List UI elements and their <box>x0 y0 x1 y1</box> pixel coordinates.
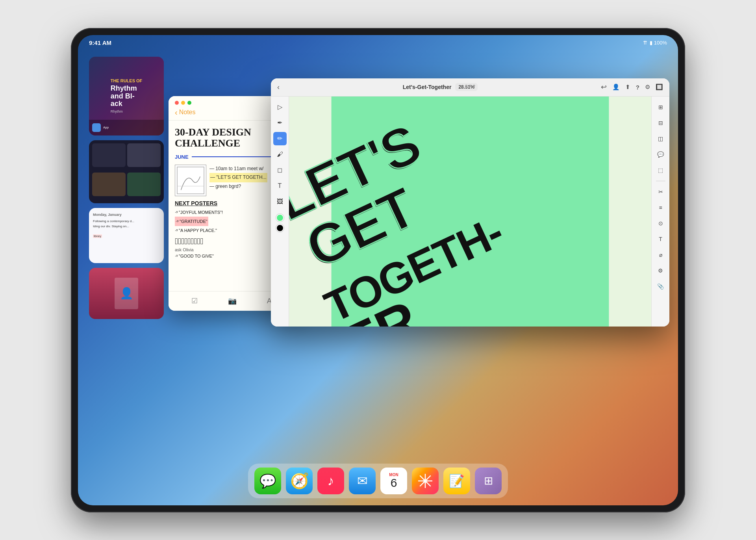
sidebar-thumb-magazine[interactable]: THE RULES OF Rhythmand Bl-ack Rhythm App <box>89 57 164 135</box>
eyedropper-icon[interactable]: ⌀ <box>654 248 667 262</box>
eraser-tool[interactable]: ◻ <box>273 163 287 177</box>
select-tool[interactable]: ▷ <box>273 100 287 114</box>
layers-icon[interactable]: 🔲 <box>656 84 663 91</box>
list-item-3: — green bgrd? <box>209 182 267 191</box>
pencil-tool-active[interactable]: ✏ <box>273 132 287 145</box>
status-bar: 9:41 AM ⇈ ▮ 100% <box>78 35 678 51</box>
notes-list-items: — 10am to 11am meet w/ — "LET'S GET TOGE… <box>209 165 267 191</box>
ipad-screen: 9:41 AM ⇈ ▮ 100% THE RULES OF Rhythmand … <box>78 35 678 505</box>
ipad-device: 9:41 AM ⇈ ▮ 100% THE RULES OF Rhythmand … <box>71 28 685 512</box>
status-time: 9:41 AM <box>89 39 111 46</box>
design-right-toolbar: ⊞ ⊟ ◫ 💬 ⬚ ✂ ≡ ⊙ T ⌀ ⚙ 📎 <box>651 96 669 327</box>
design-file-name: Let's-Get-Together <box>403 84 452 90</box>
dock-mail[interactable]: ✉ <box>349 468 376 494</box>
image-tool[interactable]: 🖼 <box>273 195 287 208</box>
photos-icon <box>417 473 433 489</box>
help-icon[interactable]: ? <box>636 84 639 91</box>
mail-icon: ✉ <box>357 473 368 488</box>
design-canvas[interactable]: LET'S GET TOGETH- ER LET'S GET <box>289 96 651 327</box>
dock: 💬 🧭 ♪ ✉ MON 6 � <box>248 464 508 498</box>
wifi-icon: ⇈ <box>643 40 647 46</box>
maximize-dot[interactable] <box>187 101 191 105</box>
sidebar-thumb-notes[interactable]: Monday, January Following a contemporary… <box>89 208 164 263</box>
calendar-day-num: 6 <box>391 477 397 489</box>
sidebar-thumb-design[interactable] <box>89 140 164 203</box>
timeline-start: JUNE <box>175 154 189 160</box>
notes-camera-icon[interactable]: 📷 <box>228 297 237 305</box>
rectangle-tool[interactable]: T <box>273 179 287 193</box>
color-picker-green[interactable] <box>276 214 284 222</box>
gear-right-icon[interactable]: ⚙ <box>654 264 667 277</box>
comments-icon[interactable]: 💬 <box>654 148 667 161</box>
settings-icon[interactable]: ⚙ <box>645 84 650 91</box>
dock-safari[interactable]: 🧭 <box>286 468 313 494</box>
safari-icon: 🧭 <box>290 472 309 490</box>
back-chevron-icon: ‹ <box>175 108 178 117</box>
notes-checklist-icon[interactable]: ☑ <box>191 297 198 305</box>
dock-music[interactable]: ♪ <box>317 468 344 494</box>
minimize-dot[interactable] <box>181 101 185 105</box>
timeline-line <box>192 156 276 157</box>
svg-point-10 <box>423 479 428 483</box>
dock-messages[interactable]: 💬 <box>254 468 281 494</box>
share-icon[interactable]: ⬆ <box>625 84 630 91</box>
close-dot[interactable] <box>175 101 179 105</box>
design-app-window: ‹ Let's-Get-Together 28.51% ↩ 👤 ⬆ ? ⚙ 🔲 <box>271 78 669 327</box>
undo-icon[interactable]: ↩ <box>601 83 607 91</box>
dock-photos[interactable] <box>412 468 439 494</box>
bullet-2-highlighted: ·ᵍ "GRATITUDE" <box>175 217 208 226</box>
titlebar-drag-dots <box>465 85 475 87</box>
layers-panel-icon[interactable]: ⊞ <box>654 100 667 114</box>
design-toolbar-icons: ↩ 👤 ⬆ ? ⚙ 🔲 <box>601 83 663 91</box>
design-body: ▷ ✒ ✏ 🖌 ◻ T 🖼 <box>271 96 669 327</box>
battery-icon: ▮ 100% <box>650 40 667 46</box>
adjustments-icon[interactable]: ⊟ <box>654 116 667 130</box>
text-format-icon[interactable]: ≡ <box>654 201 667 214</box>
text-tool-right[interactable]: T <box>654 232 667 246</box>
user-account-icon[interactable]: 👤 <box>612 84 620 91</box>
objects-icon[interactable]: ◫ <box>654 132 667 145</box>
music-icon: ♪ <box>328 473 334 488</box>
dock-calendar[interactable]: MON 6 <box>380 468 407 494</box>
color-picker-black[interactable] <box>276 224 284 232</box>
design-titlebar: ‹ Let's-Get-Together 28.51% ↩ 👤 ⬆ ? ⚙ 🔲 <box>271 78 669 96</box>
list-item-2-highlighted: — "LET'S GET TOGETH... <box>209 173 267 182</box>
pen-tool[interactable]: ✒ <box>273 116 287 130</box>
messages-icon: 💬 <box>259 473 276 489</box>
brush-tool[interactable]: 🖌 <box>273 148 287 161</box>
sidebar-thumb-photo[interactable]: 👤 <box>89 268 164 319</box>
extras-icon: ⊞ <box>484 474 493 487</box>
design-left-toolbar: ▷ ✒ ✏ 🖌 ◻ T 🖼 <box>271 96 289 327</box>
camera-icon[interactable]: ⊙ <box>654 217 667 230</box>
dock-notes[interactable]: 📝 <box>443 468 470 494</box>
sidebar-app-thumbnails: THE RULES OF Rhythmand Bl-ack Rhythm App <box>89 57 168 462</box>
poster-artwork: LET'S GET TOGETH- ER LET'S GET <box>289 96 651 327</box>
notes-back-label: Notes <box>179 109 196 116</box>
design-back-button[interactable]: ‹ <box>277 83 280 91</box>
export-icon[interactable]: ⬚ <box>654 163 667 177</box>
dock-extras[interactable]: ⊞ <box>475 468 502 494</box>
notes-icon: 📝 <box>449 473 465 488</box>
status-icons: ⇈ ▮ 100% <box>643 40 667 46</box>
list-item-1: — 10am to 11am meet w/ <box>209 165 267 173</box>
notes-sketch <box>175 165 206 196</box>
divider <box>656 181 665 181</box>
design-title-area: Let's-Get-Together 28.51% <box>284 83 596 91</box>
clip-icon[interactable]: 📎 <box>654 280 667 293</box>
cut-icon[interactable]: ✂ <box>654 185 667 199</box>
